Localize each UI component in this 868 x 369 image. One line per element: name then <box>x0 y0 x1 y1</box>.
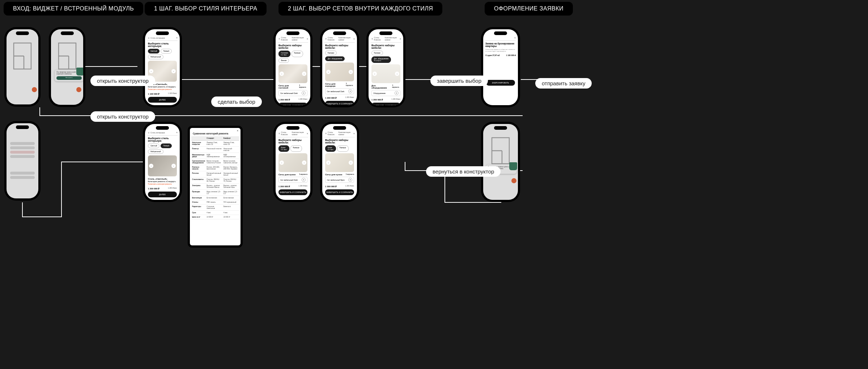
save-button[interactable]: ЗАВЕРШИТЬ И СОХРАНИТЬ <box>371 103 400 105</box>
save-button[interactable]: ЗАВЕРШИТЬ И СОХРАНИТЬ <box>325 189 354 195</box>
table-row: Цена за м²14 000 ₽19 000 ₽ <box>191 215 239 219</box>
close-icon[interactable]: × <box>237 129 238 132</box>
style-title: Стиль «Светлый» <box>148 178 177 180</box>
table-row: Напольное покрытиеЛаминат 8 мм, класс 32… <box>191 141 239 147</box>
next-icon[interactable]: › <box>302 160 306 165</box>
widget-cta[interactable]: Настроить <box>56 76 82 80</box>
chip-hall[interactable]: Коридор <box>337 145 349 152</box>
set-image: ‹ › <box>278 153 307 172</box>
add-icon[interactable]: + <box>395 91 399 95</box>
add-icon[interactable]: + <box>302 91 306 95</box>
chip-dark[interactable]: Тёмный <box>161 49 172 53</box>
widget-popup[interactable]: Эту квартиру можно купить с отделкой и м… <box>55 70 83 81</box>
style-subtitle: Категория ремонта «Стандарт» <box>148 180 177 183</box>
next-button[interactable]: ДАЛЕЕ <box>148 97 177 103</box>
add-icon[interactable]: + <box>302 178 306 182</box>
fab-icon[interactable] <box>511 178 516 183</box>
table-row: ПлинтусНапольный пластикНапольный пласти… <box>191 147 239 153</box>
row-std: Медь сечение 1,5–2,5 <box>206 190 222 196</box>
row-key: Плитка в санузле <box>191 165 206 171</box>
crumb-style: Стиль: Классик <box>281 37 291 41</box>
next-icon[interactable]: › <box>171 69 176 73</box>
sets-title: Сеты для кухни <box>325 173 342 176</box>
chip-extra[interactable]: Доп. оборудование <box>325 56 345 61</box>
breadcrumb: ① Стиль интерьера × <box>147 36 178 41</box>
entry-phone-listing <box>4 121 41 201</box>
close-icon[interactable]: × <box>176 37 178 39</box>
save-button[interactable]: ЗАВЕРШИТЬ И СОХРАНИТЬ <box>325 101 354 105</box>
per-month: 1 200 ₽/мес <box>168 187 177 190</box>
flow-open2: открыть конструктор <box>90 111 155 122</box>
row-cmf: 4 мес <box>223 211 239 215</box>
chip-hall[interactable]: Коридор <box>290 145 302 152</box>
style-link[interactable]: Посмотреть категории ремонта <box>148 89 177 90</box>
row-key: Цена за м² <box>191 215 206 219</box>
close-icon[interactable]: × <box>353 38 355 40</box>
flat-name: Студия 27,97 м2 <box>485 54 500 56</box>
floor-plan-icon <box>490 136 511 165</box>
next-icon[interactable]: › <box>171 164 176 168</box>
chip-light[interactable]: Светлый <box>148 143 159 148</box>
armchair-icon <box>76 68 83 76</box>
chip-bath[interactable]: Ванная <box>278 58 289 63</box>
set-image: ‹ › <box>371 64 400 83</box>
prev-icon[interactable]: ‹ <box>149 164 153 168</box>
crumb-style: Стиль: Классик <box>281 131 291 136</box>
chip-kitchen[interactable]: Кухня Сет: Бриз <box>325 145 336 152</box>
booking-phone: × Заявка на бронирование квартиры Заполн… <box>481 27 520 107</box>
next-button[interactable]: ДАЛЕЕ <box>148 192 177 197</box>
close-icon[interactable]: × <box>307 132 308 135</box>
set-item-label: Сет мебельный Бриз <box>327 179 345 181</box>
sets-count: 3 варианта <box>392 85 400 89</box>
next-icon[interactable]: › <box>349 70 353 74</box>
table-row: ПроводкаМедь сечение 1,5–2,5Медь сечение… <box>191 190 239 196</box>
next-icon[interactable]: › <box>302 72 306 76</box>
prev-icon[interactable]: ‹ <box>326 160 331 165</box>
chip-living[interactable]: Гостиная Сет: Бриз <box>278 51 290 57</box>
chip-neutral[interactable]: Нейтральный <box>148 149 163 154</box>
add-icon[interactable]: + <box>348 89 352 93</box>
close-icon[interactable]: × <box>176 131 178 134</box>
save-button[interactable]: ЗАВЕРШИТЬ И СОХРАНИТЬ <box>278 189 307 195</box>
set-row[interactable]: Оборудование + <box>371 90 400 96</box>
chip-neutral[interactable]: Нейтральный <box>148 55 163 59</box>
close-icon[interactable]: × <box>400 38 401 40</box>
chip-hall[interactable]: Коридор <box>325 51 337 55</box>
table-row: Межкомнатные двериМДФ ламинированныеМДФ … <box>191 153 239 159</box>
chip-dark[interactable]: Тёмный <box>161 143 172 148</box>
chip-kitchen[interactable]: Кухня Сет: Бриз <box>278 145 289 152</box>
chip-light[interactable]: Светлый <box>148 49 159 53</box>
chip-hall[interactable]: Коридор <box>292 51 303 57</box>
close-icon[interactable]: × <box>307 38 308 40</box>
svg-rect-3 <box>59 43 76 69</box>
prev-icon[interactable]: ‹ <box>373 72 377 76</box>
style-link[interactable]: Посмотреть категории ремонта <box>148 183 177 185</box>
next-icon[interactable]: › <box>395 72 399 76</box>
per-month: 1 100 ₽/мес <box>168 93 177 95</box>
chip-hall[interactable]: Коридор <box>371 51 383 55</box>
fab-icon[interactable] <box>76 87 81 92</box>
save-button[interactable]: ЗАВЕРШИТЬ И СОХРАНИТЬ <box>278 103 307 105</box>
prev-icon[interactable]: ‹ <box>280 160 284 165</box>
set-row[interactable]: Сет мебельный Dark + <box>325 88 354 94</box>
breadcrumb: ② Стиль: Классик Комплектация комнат × <box>371 36 401 43</box>
add-icon[interactable]: + <box>348 178 352 182</box>
set-row[interactable]: Сет мебельный Бриз + <box>325 177 354 183</box>
set-row[interactable]: Сет мебельный Dark + <box>278 90 307 96</box>
book-button[interactable]: ЗАБРОНИРОВАТЬ <box>486 80 515 86</box>
stage-entry: ВХОД: ВИДЖЕТ / ВСТРОЕННЫЙ МОДУЛЬ <box>4 2 143 16</box>
set-row[interactable]: Сет мебельный Dark + <box>278 177 307 183</box>
stage-step1: 1 ШАГ. ВЫБОР СТИЛЯ ИНТЕРЬЕРА <box>145 2 267 16</box>
prev-icon[interactable]: ‹ <box>149 69 153 73</box>
fab-icon[interactable] <box>32 87 37 92</box>
prev-icon[interactable]: ‹ <box>280 72 284 76</box>
next-icon[interactable]: › <box>349 160 353 165</box>
prev-icon[interactable]: ‹ <box>326 70 331 74</box>
row-std: Напольный пластик <box>206 147 222 153</box>
row-cmf: Естественная <box>223 196 239 200</box>
chip-extra[interactable]: Доп. оборудование Не выбрано <box>371 56 391 63</box>
close-icon[interactable]: × <box>353 132 355 135</box>
table-row: ЭлектрикаВыключ., розетки: Schneider Bla… <box>191 184 239 190</box>
close-icon[interactable]: × <box>514 37 516 39</box>
sets-count: 3 варианта <box>346 173 354 176</box>
